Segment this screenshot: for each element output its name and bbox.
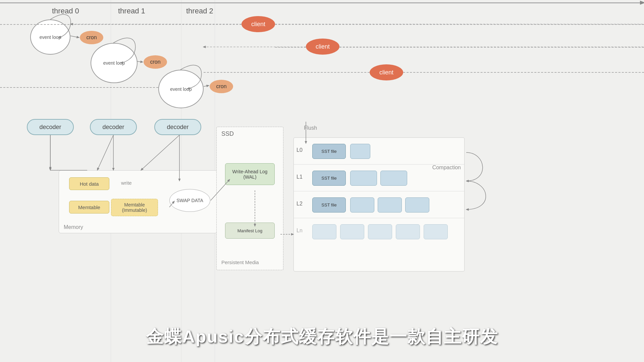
sst-empty-l1-2: [380, 171, 407, 186]
dashed-line-client2-left: [0, 87, 158, 88]
svg-line-15: [141, 135, 179, 170]
sst-empty-ln-5: [424, 224, 448, 239]
decoder-0: decoder: [27, 119, 74, 135]
sst-empty-l0-1: [350, 144, 370, 159]
cron-1: cron: [144, 55, 167, 69]
hot-data-box: Hot data: [69, 177, 109, 190]
diagram-container: thread 0 thread 1 thread 2 event loop ev…: [0, 0, 644, 362]
sst-empty-ln-3: [368, 224, 392, 239]
persistent-label: Persistent Media: [221, 259, 259, 265]
thread-label-0: thread 0: [52, 7, 79, 15]
ssd-label: SSD: [221, 130, 234, 137]
sst-empty-ln-4: [396, 224, 420, 239]
manifest-box: Manifest Log: [225, 223, 275, 239]
flush-label: Flush: [304, 125, 317, 131]
memory-label: Memory: [64, 224, 83, 230]
level-1-section: L1 SST file: [294, 165, 464, 191]
level-0-label: L0: [297, 147, 303, 153]
svg-line-2: [137, 61, 143, 62]
level-0-section: L0 SST file: [294, 138, 464, 165]
sst-empty-l2-3: [405, 197, 429, 213]
wal-box: Write-Ahead Log (WAL): [225, 163, 275, 185]
top-arrow-line: [0, 3, 644, 3]
decoder-1: decoder: [90, 119, 137, 135]
sst-empty-l2-1: [350, 197, 374, 213]
event-loop-1: event loop: [91, 43, 138, 83]
svg-line-3: [204, 85, 209, 86]
level-2-label: L2: [297, 201, 303, 207]
dashed-line-client1-left: [275, 47, 306, 48]
sst-file-l2: SST file: [312, 197, 346, 213]
sst-section: Flush Compaction L0 SST file L1 SST file…: [293, 137, 465, 272]
event-loop-2: event loop: [158, 70, 204, 108]
sst-empty-ln-1: [312, 224, 336, 239]
swap-data-ellipse: SWAP DATA: [169, 189, 210, 212]
level-1-label: L1: [297, 174, 303, 180]
memtable-box: Memtable: [69, 201, 109, 214]
dashed-line-client2-mid: [204, 72, 370, 73]
sst-empty-l2-2: [378, 197, 402, 213]
client-2: client: [370, 64, 403, 80]
dashed-line-client1-right: [339, 47, 644, 48]
cron-0: cron: [80, 31, 103, 44]
cron-2: cron: [210, 80, 233, 93]
sst-empty-ln-2: [340, 224, 364, 239]
subtitle-bar: 金蝶Apusic分布式缓存软件是一款自主研发: [0, 325, 644, 349]
level-2-section: L2 SST file: [294, 191, 464, 218]
memtable-immutable-box: Memtable (Immutable): [111, 199, 158, 216]
client-0: client: [241, 16, 275, 32]
dashed-line-client0: [0, 24, 241, 25]
sst-file-l1: SST file: [312, 171, 346, 186]
level-n-label: Ln: [297, 228, 303, 234]
dashed-line-client0-right: [275, 24, 644, 25]
write-label: write: [121, 180, 132, 186]
dashed-line-client2-right: [403, 72, 644, 73]
thread-label-2: thread 2: [186, 7, 213, 15]
level-n-section: Ln: [294, 218, 464, 245]
thread-label-1: thread 1: [118, 7, 145, 15]
decoder-2: decoder: [154, 119, 201, 135]
sst-file-l0: SST file: [312, 144, 346, 159]
svg-line-1: [70, 36, 79, 38]
client-1: client: [306, 39, 339, 55]
ssd-box: SSD Write-Ahead Log (WAL) Manifest Log P…: [216, 127, 283, 270]
sst-empty-l1-1: [350, 171, 377, 186]
